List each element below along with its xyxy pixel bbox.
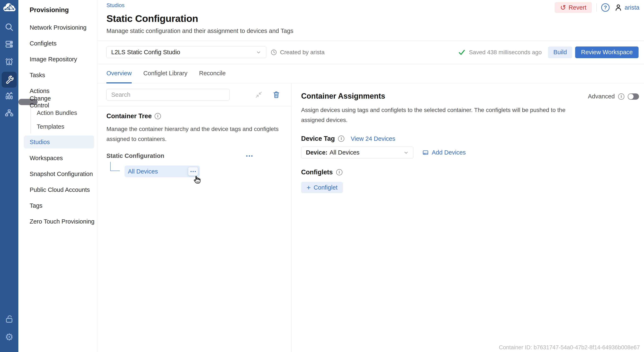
tab-configlet-library[interactable]: Configlet Library [143,64,188,83]
tree-node-label: All Devices [128,168,158,175]
sidebar-item-configlets[interactable]: Configlets [18,35,97,51]
sidebar-item-network-provisioning[interactable]: Network Provisioning [18,19,97,35]
revert-button[interactable]: ↺ Revert [555,2,592,13]
sidebar-item-studios[interactable]: Studios [24,136,94,148]
cloudvision-logo[interactable] [2,2,17,14]
search-icon[interactable] [4,22,14,32]
tree-panel-icons [255,91,280,99]
sidebar-item-tags[interactable]: Tags [18,198,97,214]
add-devices-link[interactable]: Add Devices [422,149,466,156]
build-button[interactable]: Build [548,46,572,58]
review-workspace-button[interactable]: Review Workspace [575,46,638,58]
studio-bar-actions: Saved 438 milliseconds ago Build Review … [458,46,644,58]
chevron-down-icon [403,150,409,156]
chevron-down-icon [256,49,262,55]
advanced-info-icon[interactable]: i [618,93,624,100]
container-tree-title: Container Tree [106,112,152,120]
container-id-text: Container ID: b7631747-54a0-47b2-8f14-64… [499,344,640,351]
collapse-tree-icon[interactable] [255,91,263,99]
studio-bar: L2LS Static Config Studio Created by ari… [97,41,644,64]
events-alarm-icon[interactable] [4,56,14,66]
tab-reconcile[interactable]: Reconcile [199,64,226,83]
configlets-info-icon[interactable]: i [336,169,342,175]
configlets-label: Configlets [301,168,333,176]
advanced-controls: Advanced i [588,93,639,100]
topology-icon[interactable] [4,108,14,118]
add-configlet-button[interactable]: + Configlet [301,182,343,193]
app-rail: ⚙ [0,0,18,352]
tree-node-all-devices[interactable]: All Devices [124,166,200,177]
studio-select[interactable]: L2LS Static Config Studio [106,46,266,58]
sidebar-item-public-cloud-accounts[interactable]: Public Cloud Accounts [18,182,97,198]
unlock-icon[interactable] [4,314,14,324]
sidebar-item-tasks[interactable]: Tasks [18,67,97,83]
plus-icon: + [306,184,311,191]
device-tag-label: Device Tag [301,135,335,142]
provisioning-icon-selected[interactable] [2,72,17,88]
main-content: Studios Static Configuration Manage stat… [97,0,644,352]
tree-search-row [97,83,291,106]
device-tag-info-icon[interactable]: i [338,136,344,142]
sidebar-item-workspaces[interactable]: Workspaces [18,150,97,166]
user-name: arista [624,4,640,11]
change-control-subitems: Action Bundles Templates [30,106,97,133]
search-input[interactable] [106,89,230,100]
toggle-knob [628,94,634,99]
advanced-label: Advanced [588,93,615,100]
breadcrumb-studios[interactable]: Studios [106,2,124,8]
view-devices-link[interactable]: View 24 Devices [350,135,395,142]
user-avatar-icon [614,3,622,12]
header-divider [596,3,597,12]
device-inventory-icon[interactable] [4,39,14,49]
undo-icon: ↺ [560,4,566,11]
help-icon[interactable]: ? [601,3,610,12]
container-assignments-panel: Container Assignments Advanced i Assign … [291,83,644,352]
add-devices-icon [422,149,429,156]
advanced-toggle[interactable] [628,93,639,100]
saved-check-icon [458,48,466,56]
created-by: Created by arista [270,49,324,56]
tree-root-row[interactable]: Static Configuration [106,152,254,159]
sidebar-item-templates[interactable]: Templates [31,120,97,133]
tree-node-area: All Devices [106,161,282,184]
tree-connector [110,162,120,171]
provisioning-sidebar: Provisioning Network Provisioning Config… [18,0,97,352]
mouse-cursor-pointer [192,175,202,185]
settings-gear-icon[interactable]: ⚙ [4,332,14,342]
metrics-icon[interactable] [4,91,14,101]
device-tag-select[interactable]: Device: All Devices [301,147,414,158]
container-tree-info-icon[interactable]: i [155,113,161,119]
studio-tabs: Overview Configlet Library Reconcile [97,64,644,83]
page-subtitle: Manage static configuration and their as… [106,27,644,34]
sidebar-item-change-control[interactable]: Change Control [18,99,38,105]
saved-status: Saved 438 milliseconds ago [469,49,542,56]
sidebar-item-snapshot-configuration[interactable]: Snapshot Configuration [18,166,97,182]
page-title: Static Configuration [106,13,644,24]
sidebar-item-image-repository[interactable]: Image Repository [18,51,97,67]
tab-overview[interactable]: Overview [106,64,132,83]
tree-root-label: Static Configuration [106,152,164,159]
node-ellipsis-menu-button[interactable] [188,167,198,176]
delete-container-icon[interactable] [272,91,280,99]
clock-icon [270,49,277,56]
sidebar-item-zero-touch-provisioning[interactable]: Zero Touch Provisioning [18,214,97,229]
container-tree-panel: Container Tree i Manage the container hi… [97,83,291,352]
assignments-description: Assign devices using tags and configlets… [301,105,581,125]
root-ellipsis-menu[interactable] [245,154,254,158]
user-menu[interactable]: arista [614,3,640,12]
sidebar-title: Provisioning [18,0,97,14]
page-header: Studios Static Configuration Manage stat… [97,0,644,41]
container-tree-description: Manage the container hierarchy and the d… [106,124,282,144]
header-actions: ↺ Revert ? arista [555,2,640,13]
